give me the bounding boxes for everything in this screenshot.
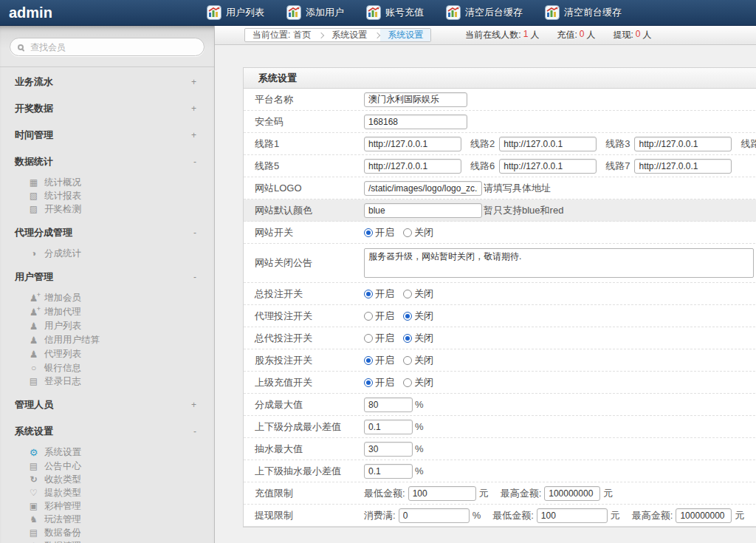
circle-icon — [28, 363, 39, 374]
sidebar-item-data-cleanup[interactable]: 数据清理 — [0, 539, 214, 543]
document-icon — [28, 461, 39, 472]
group-items: 分成统计 — [0, 246, 214, 264]
parent-recharge-off-radio[interactable] — [403, 378, 412, 387]
total-bet-on-radio[interactable] — [364, 290, 373, 298]
default-color-input[interactable] — [364, 203, 482, 218]
breadcrumb-current[interactable]: 系统设置 — [380, 29, 430, 41]
shareholder-bet-off-radio[interactable] — [403, 356, 412, 365]
field-label: 上下级分成最小差值 — [244, 420, 364, 434]
site-switch-on-radio[interactable] — [364, 228, 373, 237]
group-title: 代理分成管理 — [15, 226, 72, 239]
unit-label: % — [415, 421, 424, 432]
withdraw-min-input[interactable] — [537, 508, 608, 523]
nav-user-list[interactable]: 用户列表 — [207, 5, 264, 20]
nav-account-recharge[interactable]: 账号充值 — [366, 5, 424, 20]
member-search-input[interactable] — [29, 41, 196, 53]
sidebar-item-add-agent[interactable]: 增加代理 — [0, 305, 214, 319]
recharge-max-input[interactable] — [544, 486, 600, 501]
sidebar-item-label: 统计报表 — [44, 191, 81, 202]
sidebar-item-label: 提款类型 — [44, 488, 81, 499]
breadcrumb-home[interactable]: 当前位置: 首页 — [245, 29, 318, 41]
sidebar-group-data-statistics[interactable]: 数据统计 - — [0, 148, 214, 175]
sidebar-group-lottery-data[interactable]: 开奖数据 + — [0, 95, 214, 122]
agent-bet-off-radio[interactable] — [403, 312, 412, 321]
sidebar-item-add-member[interactable]: 增加会员 — [0, 291, 214, 305]
sidebar-item-label: 增加会员 — [44, 293, 81, 304]
panel-title: 系统设置 — [244, 68, 756, 89]
sidebar-item-agent-list[interactable]: 代理列表 — [0, 347, 214, 361]
sidebar-item-system-settings[interactable]: 系统设置 — [0, 445, 214, 460]
general-agent-bet-on-radio[interactable] — [364, 334, 373, 343]
document-icon — [28, 527, 39, 539]
sidebar-item-label: 增加代理 — [44, 307, 81, 318]
sidebar-group-business-flow[interactable]: 业务流水 + — [0, 69, 214, 95]
sidebar-group-time-management[interactable]: 时间管理 + — [0, 122, 214, 148]
sidebar-item-label: 收款类型 — [44, 474, 81, 485]
sidebar-item-stats-overview[interactable]: 统计概况 — [0, 176, 214, 189]
agent-bet-switch-row: 代理投注开关 开启 关闭 — [244, 305, 756, 327]
member-search-box[interactable] — [10, 38, 205, 56]
sidebar-item-withdrawal-type[interactable]: 提款类型 — [0, 486, 214, 499]
sidebar-item-stats-report[interactable]: 统计报表 — [0, 189, 214, 202]
sidebar-item-announcement-center[interactable]: 公告中心 — [0, 460, 214, 473]
line1-input[interactable] — [364, 137, 461, 151]
wrench-icon — [28, 541, 39, 543]
line3-input[interactable] — [634, 137, 732, 151]
minus-icon: - — [193, 426, 196, 437]
field-label: 总投注开关 — [244, 287, 364, 301]
sidebar-item-data-backup[interactable]: 数据备份 — [0, 526, 214, 539]
recharge-min-input[interactable] — [408, 486, 476, 501]
line2-input[interactable] — [499, 137, 597, 151]
breadcrumb-section[interactable]: 系统设置 — [324, 29, 374, 41]
sidebar-item-credit-user-settlement[interactable]: 信用用户结算 — [0, 333, 214, 347]
recharge-count-label: 充值: — [557, 29, 577, 41]
withdraw-max-input[interactable] — [676, 508, 732, 523]
user-add-icon — [28, 293, 39, 304]
share-max-input[interactable] — [364, 397, 413, 412]
sidebar-item-share-stats[interactable]: 分成统计 — [0, 247, 214, 260]
nav-clear-backend-cache[interactable]: 清空后台缓存 — [446, 5, 523, 20]
sidebar-group-system-settings[interactable]: 系统设置 - — [0, 418, 214, 445]
sidebar-group-administrators[interactable]: 管理人员 + — [0, 392, 214, 418]
parent-recharge-on-radio[interactable] — [364, 378, 373, 387]
sidebar-item-user-list[interactable]: 用户列表 — [0, 319, 214, 333]
share-min-diff-input[interactable] — [364, 420, 413, 434]
line5-input[interactable] — [364, 159, 461, 174]
nav-add-user[interactable]: 添加用户 — [286, 5, 344, 20]
sidebar-item-label: 分成统计 — [44, 248, 81, 259]
group-title: 数据统计 — [15, 155, 53, 168]
sidebar-group-user-management[interactable]: 用户管理 - — [0, 264, 214, 290]
agent-bet-on-radio[interactable] — [364, 312, 373, 321]
default-color-row: 网站默认颜色 暂只支持blue和red — [244, 199, 756, 222]
lines-row-1: 线路1 线路2 线路3 线路4 — [244, 133, 756, 155]
platform-name-input[interactable] — [364, 92, 467, 107]
security-code-input[interactable] — [364, 115, 467, 129]
sidebar-item-label: 信用用户结算 — [44, 335, 100, 346]
close-notice-textarea[interactable]: 服务器升级，网站暂时关闭，敬请期待. — [364, 248, 754, 278]
rake-max-input[interactable] — [364, 442, 413, 457]
sidebar-item-draw-check[interactable]: 开奖检测 — [0, 202, 214, 216]
field-label: 上下级抽水最小差值 — [244, 465, 364, 478]
shareholder-bet-on-radio[interactable] — [364, 356, 373, 365]
wrench-icon — [28, 447, 39, 459]
site-logo-input[interactable] — [364, 181, 482, 196]
line6-input[interactable] — [499, 159, 597, 174]
line7-input[interactable] — [634, 159, 732, 174]
site-switch-off-radio[interactable] — [403, 228, 412, 237]
chart-check-icon — [28, 204, 39, 215]
sidebar-item-bank-info[interactable]: 银行信息 — [0, 361, 214, 375]
plus-icon: + — [191, 77, 196, 87]
sidebar-item-play-management[interactable]: 玩法管理 — [0, 513, 214, 526]
general-agent-bet-off-radio[interactable] — [403, 334, 412, 343]
withdraw-consume-input[interactable] — [399, 508, 470, 523]
general-agent-bet-switch-row: 总代投注开关 开启 关闭 — [244, 327, 756, 349]
nav-clear-frontend-cache[interactable]: 清空前台缓存 — [545, 5, 622, 20]
field-label: 网站开关 — [244, 226, 364, 239]
total-bet-off-radio[interactable] — [403, 290, 412, 298]
rake-min-diff-input[interactable] — [364, 464, 413, 479]
user-icon — [28, 321, 39, 332]
sidebar-group-agent-share[interactable]: 代理分成管理 - — [0, 219, 214, 246]
sidebar-item-payment-type[interactable]: 收款类型 — [0, 473, 214, 486]
sidebar-item-lottery-type-management[interactable]: 彩种管理 — [0, 499, 214, 513]
sidebar-item-login-log[interactable]: 登录日志 — [0, 375, 214, 388]
